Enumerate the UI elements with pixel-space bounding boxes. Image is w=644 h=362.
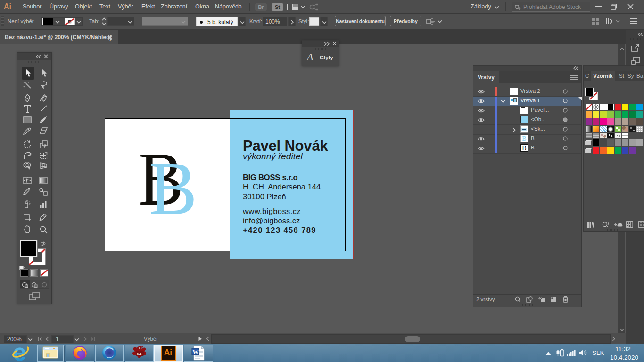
svg-text:64: 64 bbox=[137, 352, 141, 356]
svg-text:W: W bbox=[193, 348, 199, 355]
